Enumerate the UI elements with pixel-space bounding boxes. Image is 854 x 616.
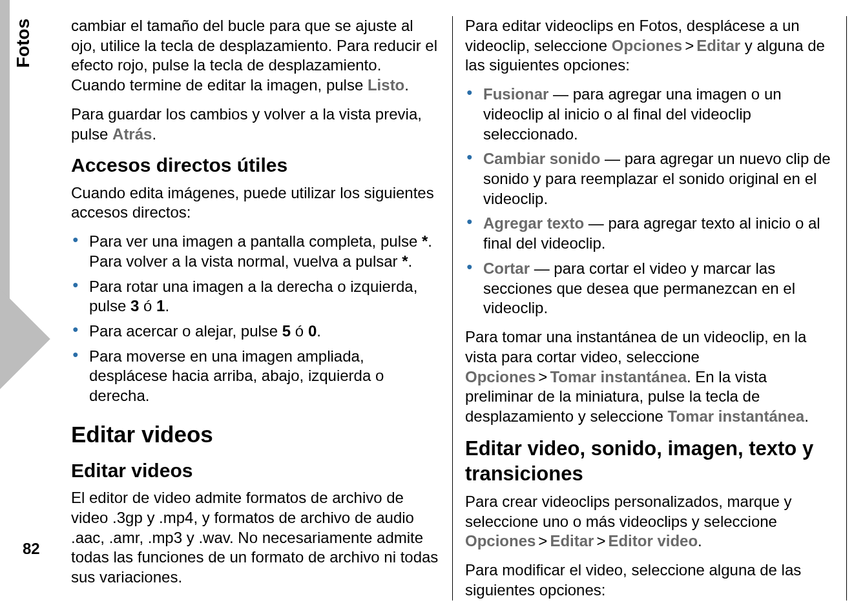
body-text: . [804, 407, 809, 425]
ui-label-cortar: Cortar [483, 260, 530, 277]
body-text: — para cortar el video y marcar las secc… [483, 260, 795, 316]
breadcrumb-separator: > [536, 368, 550, 385]
key-asterisk: * [422, 232, 428, 250]
body-text: Para acercar o alejar, pulse [89, 322, 282, 340]
breadcrumb-separator: > [594, 532, 608, 549]
list-item: Agregar texto — para agregar texto al in… [465, 214, 833, 253]
ui-label-agregar-texto: Agregar texto [483, 214, 584, 232]
key-1: 1 [156, 297, 165, 314]
body-text: ó [139, 297, 156, 314]
ui-label-editar: Editar [550, 532, 594, 549]
ui-label-atras: Atrás [112, 125, 152, 143]
body-text: . [698, 532, 702, 549]
sidebar-accent [0, 0, 10, 310]
body-text: . [165, 297, 169, 314]
ui-label-tomar-instantanea: Tomar instantánea [550, 368, 687, 385]
list-item: Cambiar sonido — para agregar un nuevo c… [465, 149, 833, 209]
page-number: 82 [23, 540, 40, 558]
key-0: 0 [308, 322, 317, 340]
paragraph: Para editar videoclips en Fotos, desplác… [465, 16, 833, 76]
heading-accesos-directos: Accesos directos útiles [71, 153, 439, 178]
list-item: Para moverse en una imagen ampliada, des… [71, 347, 439, 406]
ui-label-opciones: Opciones [465, 368, 536, 385]
key-5: 5 [282, 322, 291, 340]
ui-label-opciones: Opciones [612, 37, 682, 54]
list-item: Para ver una imagen a pantalla completa,… [71, 232, 439, 271]
page-content: cambiar el tamaño del bucle para que se … [71, 16, 833, 601]
key-asterisk: * [402, 252, 408, 270]
paragraph: El editor de video admite formatos de ar… [71, 488, 439, 588]
paragraph: Para tomar una instantánea de un videocl… [465, 327, 833, 427]
body-text: . [317, 322, 321, 340]
paragraph: Para crear videoclips personalizados, ma… [465, 492, 833, 551]
edit-options-list: Fusionar — para agregar una imagen o un … [465, 85, 833, 318]
ui-label-tomar-instantanea: Tomar instantánea [668, 407, 805, 425]
list-item: Cortar — para cortar el video y marcar l… [465, 259, 833, 318]
body-text: . [404, 76, 409, 94]
body-text: Para ver una imagen a pantalla completa,… [89, 232, 422, 250]
key-3: 3 [130, 297, 139, 314]
sidebar-diamond-decoration [0, 289, 50, 389]
breadcrumb-separator: > [682, 37, 696, 54]
paragraph: cambiar el tamaño del bucle para que se … [71, 16, 439, 96]
paragraph: Para modificar el video, seleccione algu… [465, 560, 833, 600]
body-text: Para crear videoclips personalizados, ma… [465, 493, 792, 530]
body-text: Para tomar una instantánea de un videocl… [465, 328, 806, 365]
ui-label-opciones: Opciones [465, 532, 536, 549]
heading-editar-videos-large: Editar videos [71, 420, 439, 449]
ui-label-fusionar: Fusionar [483, 85, 548, 103]
ui-label-cambiar-sonido: Cambiar sonido [483, 150, 600, 167]
list-item: Fusionar — para agregar una imagen o un … [465, 85, 833, 144]
body-text: . [152, 125, 156, 143]
ui-label-editar: Editar [696, 37, 740, 54]
shortcut-list: Para ver una imagen a pantalla completa,… [71, 232, 439, 406]
body-text: . [408, 252, 413, 270]
sidebar: Fotos 82 [0, 0, 58, 616]
ui-label-editor-video: Editor video [608, 532, 698, 549]
body-text: ó [291, 322, 308, 340]
breadcrumb-separator: > [536, 532, 550, 549]
section-title-vertical: Fotos [13, 19, 34, 68]
list-item: Para rotar una imagen a la derecha o izq… [71, 277, 439, 316]
ui-label-listo: Listo [368, 76, 404, 94]
paragraph: Para guardar los cambios y volver a la v… [71, 105, 439, 144]
heading-editar-videos-small: Editar videos [71, 458, 439, 483]
paragraph: Cuando edita imágenes, puede utilizar lo… [71, 183, 439, 223]
heading-editar-transiciones: Editar video, sonido, imagen, texto y tr… [465, 436, 833, 487]
list-item: Para acercar o alejar, pulse 5 ó 0. [71, 322, 439, 342]
